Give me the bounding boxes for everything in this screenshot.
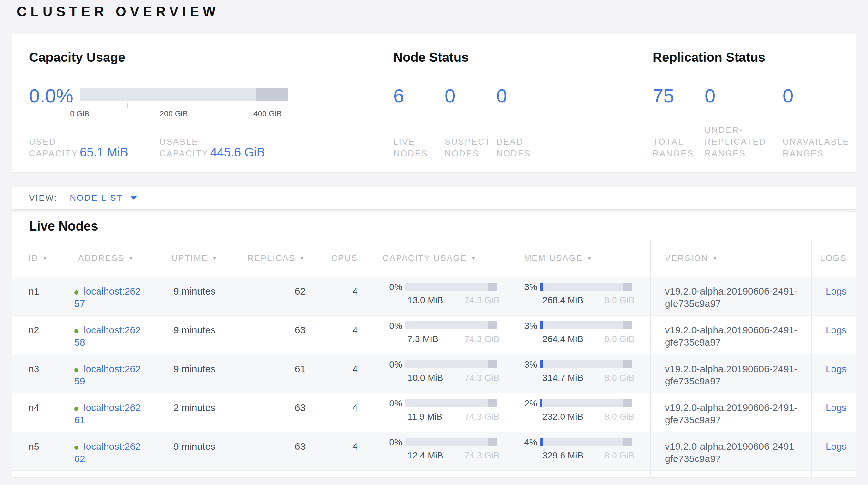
live-nodes-stat: 6 LIVE NODES (393, 87, 438, 159)
column-header-capacity-usage[interactable]: CAPACITY USAGE (374, 240, 509, 276)
axis-label-0: 0 GiB (70, 109, 89, 118)
node-capacity-usage-cell: 0% 10.0 MiB 74.3 GiB (374, 354, 509, 393)
node-replicas-cell: 63 (234, 393, 320, 432)
column-header-id[interactable]: ID (12, 240, 64, 276)
column-header-version[interactable]: VERSION (651, 240, 812, 276)
table-row: n1 localhost:26257 9 minutes 62 4 0% 13.… (12, 277, 856, 316)
node-replicas-cell: 63 (234, 316, 320, 354)
summary-card: Capacity Usage 0.0% (12, 34, 856, 172)
capacity-meter-bar (405, 438, 497, 446)
node-logs-cell: Logs (812, 354, 856, 393)
node-cpus-cell: 4 (320, 277, 374, 315)
mem-percent-label: 3% (522, 321, 540, 330)
mem-total-value: 8.0 GiB (604, 333, 634, 345)
live-nodes-title: Live Nodes (29, 219, 98, 233)
mem-total-value: 8.0 GiB (604, 450, 634, 462)
capacity-percent-label: 0% (387, 438, 405, 447)
node-uptime-cell: 9 minutes (157, 316, 234, 354)
node-cpus-cell: 4 (320, 354, 374, 393)
cluster-overview-page: CLUSTER OVERVIEW Capacity Usage 0.0% (0, 0, 868, 485)
table-row: n2 localhost:26258 9 minutes 63 4 0% 7.3… (12, 316, 856, 354)
total-ranges-stat: 75 TOTAL RANGES (653, 87, 700, 159)
node-address-link[interactable]: localhost:26262 (74, 441, 141, 464)
node-logs-link[interactable]: Logs (826, 402, 847, 413)
node-address-cell: localhost:26261 (64, 393, 157, 432)
capacity-used-value: 12.4 MiB (407, 450, 443, 462)
suspect-nodes-stat: 0 SUSPECT NODES (445, 87, 492, 159)
mem-percent-label: 3% (522, 283, 540, 291)
node-address-link[interactable]: localhost:26261 (74, 402, 141, 425)
node-logs-link[interactable]: Logs (826, 325, 847, 335)
capacity-usage-bar: 0 GiB 200 GiB 400 GiB (80, 87, 288, 119)
node-status-title: Node Status (393, 50, 469, 65)
column-header-uptime[interactable]: UPTIME (157, 240, 234, 276)
node-logs-cell: Logs (812, 277, 856, 315)
usable-capacity-value: 445.6 GiB (210, 145, 265, 159)
capacity-percent-label: 0% (387, 321, 405, 330)
used-capacity-label: USED CAPACITY (29, 136, 80, 159)
mem-used-value: 268.4 MiB (542, 294, 583, 307)
mem-used-value: 264.4 MiB (542, 333, 583, 345)
node-logs-cell: Logs (812, 316, 856, 354)
capacity-used-value: 13.0 MiB (407, 294, 443, 307)
capacity-meter-bar (405, 399, 497, 407)
capacity-used-value: 10.0 MiB (407, 372, 443, 384)
node-capacity-usage-cell: 0% 12.4 MiB 74.3 GiB (374, 432, 509, 470)
capacity-used-value: 7.3 MiB (407, 333, 438, 345)
node-logs-cell: Logs (812, 432, 856, 470)
under-replicated-ranges-stat: 0 UNDER-REPLICATED RANGES (705, 87, 784, 159)
node-address-cell: localhost:26258 (64, 316, 157, 354)
node-address-link[interactable]: localhost:26259 (74, 364, 141, 387)
replication-status-section: Replication Status 75 TOTAL RANGES 0 UND… (653, 34, 859, 172)
capacity-bar-reserved (256, 88, 288, 101)
mem-total-value: 8.0 GiB (604, 372, 634, 384)
capacity-total-value: 74.3 GiB (464, 333, 500, 345)
node-id-cell: n2 (12, 316, 64, 354)
column-header-mem-usage[interactable]: MEM USAGE (509, 240, 651, 276)
column-header-cpus: CPUS (320, 240, 374, 276)
page-title: CLUSTER OVERVIEW (17, 4, 220, 20)
node-address-link[interactable]: localhost:26258 (74, 325, 141, 348)
node-logs-link[interactable]: Logs (826, 286, 847, 296)
node-capacity-usage-cell: 0% 11.9 MiB 74.3 GiB (374, 393, 509, 432)
node-capacity-usage-cell: 0% 13.0 MiB 74.3 GiB (374, 277, 509, 315)
capacity-usage-section: Capacity Usage 0.0% (29, 34, 384, 172)
node-version-cell: v19.2.0-alpha.20190606-2491-gfe735c9a97 (651, 277, 812, 315)
node-logs-link[interactable]: Logs (826, 441, 847, 452)
node-mem-usage-cell: 3% 264.4 MiB 8.0 GiB (509, 316, 651, 354)
column-header-replicas[interactable]: REPLICAS (234, 240, 320, 276)
capacity-total-value: 74.3 GiB (464, 372, 500, 384)
node-cpus-cell: 4 (320, 432, 374, 470)
node-uptime-cell: 2 minutes (157, 393, 234, 432)
view-selected-value: NODE LIST (70, 193, 123, 203)
node-version-cell: v19.2.0-alpha.20190606-2491-gfe735c9a97 (651, 393, 812, 432)
mem-meter-bar (540, 360, 632, 368)
node-live-dot-icon (74, 368, 79, 372)
used-capacity: USED CAPACITY 65.1 MiB (29, 136, 159, 159)
node-id-cell: n1 (12, 277, 64, 315)
capacity-meter-bar (405, 360, 497, 368)
used-capacity-value: 65.1 MiB (80, 145, 128, 159)
mem-used-value: 232.0 MiB (542, 411, 583, 423)
column-header-address[interactable]: ADDRESS (64, 240, 157, 276)
capacity-meter-bar (405, 321, 497, 330)
mem-meter-bar (540, 321, 632, 330)
capacity-total-value: 74.3 GiB (464, 294, 500, 307)
mem-used-value: 314.7 MiB (542, 372, 583, 384)
node-uptime-cell: 9 minutes (157, 432, 234, 470)
dead-nodes-stat: 0 DEAD NODES (496, 87, 543, 159)
node-id-cell: n5 (12, 432, 64, 470)
table-row: n3 localhost:26259 9 minutes 61 4 0% 10.… (12, 354, 856, 393)
node-mem-usage-cell: 2% 232.0 MiB 8.0 GiB (509, 393, 651, 432)
view-label: VIEW: (29, 193, 58, 203)
table-header-row: ID ADDRESS UPTIME REPLICAS CPUS CAPACITY… (12, 240, 856, 277)
capacity-usage-title: Capacity Usage (29, 50, 125, 65)
view-selector-dropdown[interactable]: NODE LIST (70, 193, 137, 203)
node-logs-link[interactable]: Logs (826, 364, 847, 374)
node-mem-usage-cell: 4% 329.6 MiB 8.0 GiB (509, 432, 651, 470)
mem-used-value: 329.6 MiB (542, 450, 583, 462)
live-nodes-card: Live Nodes ID ADDRESS UPTIME REPLICAS CP… (12, 212, 856, 477)
node-id-cell: n4 (12, 393, 64, 432)
mem-meter-bar (540, 438, 632, 446)
node-address-link[interactable]: localhost:26257 (74, 286, 141, 309)
